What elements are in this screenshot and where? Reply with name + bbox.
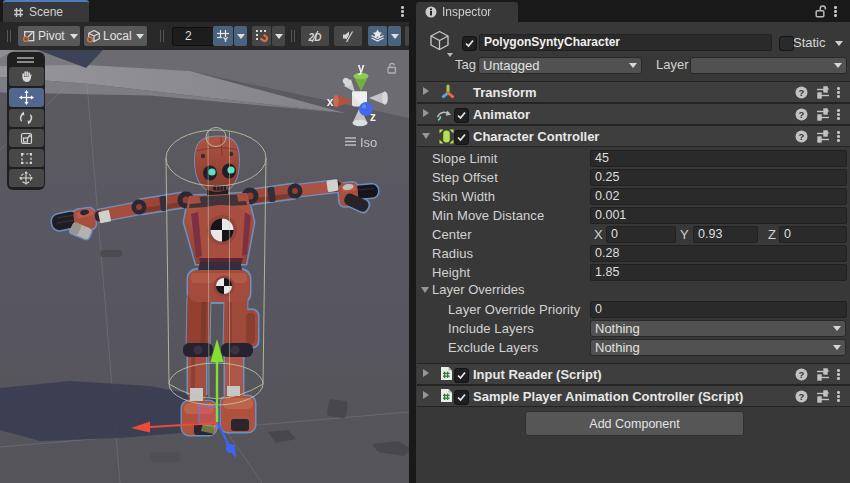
svg-text:Y: Y [223, 35, 229, 43]
svg-text:?: ? [799, 369, 805, 380]
svg-text:x: x [327, 95, 334, 109]
svg-text:Iso: Iso [360, 135, 377, 150]
svg-text:?: ? [799, 131, 805, 142]
svg-text:z: z [370, 110, 376, 124]
svg-text:y: y [358, 61, 365, 75]
svg-text:?: ? [799, 391, 805, 402]
svg-text:?: ? [799, 87, 805, 98]
svg-text:?: ? [799, 109, 805, 120]
